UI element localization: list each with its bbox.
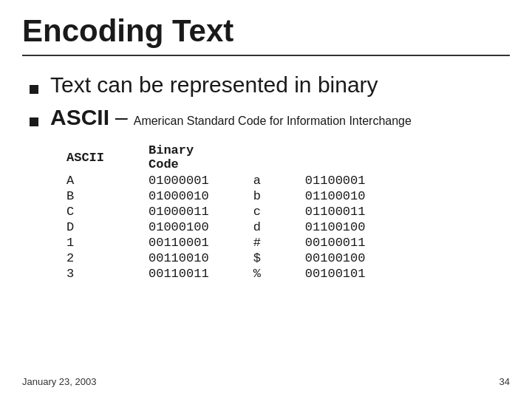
cell-char2: a [253,173,305,188]
cell-bin: 00110011 [149,266,253,282]
ascii-table: ASCII Binary Code A01000001a01100001B010… [66,143,409,282]
cell-bin2: 00100011 [305,235,410,250]
cell-bin2: 01100010 [305,188,410,204]
ascii-table-header: ASCII Binary Code [66,143,409,173]
header-col-char2 [253,143,305,173]
cell-bin2: 01100100 [305,219,410,235]
table-row: 100110001#00100011 [66,235,409,250]
ascii-subtitle: American Standard Code for Information I… [134,115,412,128]
bullet-icon-2 [30,117,38,126]
bullet-list: Text can be represented in binary ASCII … [30,72,510,130]
table-row: B01000010b01100010 [66,188,409,204]
ascii-line: ASCII – American Standard Code for Infor… [50,105,412,130]
bullet-icon-1 [30,85,38,94]
cell-char2: d [253,219,305,235]
header-col-char: ASCII [66,143,149,173]
table-row: D01000100d01100100 [66,219,409,235]
cell-bin: 00110010 [149,250,253,266]
ascii-table-wrapper: ASCII Binary Code A01000001a01100001B010… [66,143,510,282]
cell-bin: 01000100 [149,219,253,235]
cell-char2: b [253,188,305,204]
slide-title: Encoding Text [22,13,510,56]
cell-char2: % [253,266,305,282]
ascii-label: ASCII [50,105,109,130]
cell-char: A [66,173,149,188]
table-row: A01000001a01100001 [66,173,409,188]
ascii-dash: – [115,105,128,130]
cell-char2: $ [253,250,305,266]
ascii-table-body: A01000001a01100001B01000010b01100010C010… [66,173,409,282]
cell-char: 1 [66,235,149,250]
header-col-bin: Binary Code [149,143,253,173]
cell-bin: 01000011 [149,204,253,219]
table-row: 200110010$00100100 [66,250,409,266]
footer-date: January 23, 2003 [22,376,96,387]
footer: January 23, 2003 34 [22,376,510,387]
cell-bin2: 00100100 [305,250,410,266]
cell-char2: # [253,235,305,250]
bullet-item-2: ASCII – American Standard Code for Infor… [30,105,510,130]
cell-char: 3 [66,266,149,282]
cell-char: B [66,188,149,204]
cell-char: D [66,219,149,235]
cell-char: C [66,204,149,219]
cell-bin: 01000001 [149,173,253,188]
slide: Encoding Text Text can be represented in… [0,0,532,399]
cell-char: 2 [66,250,149,266]
cell-bin: 00110001 [149,235,253,250]
table-row: C01000011c01100011 [66,204,409,219]
header-col-bin2 [305,143,410,173]
bullet-item-1: Text can be represented in binary [30,72,510,98]
header-row: ASCII Binary Code [66,143,409,173]
cell-bin2: 00100101 [305,266,410,282]
bullet-text-1: Text can be represented in binary [50,72,378,98]
table-row: 300110011%00100101 [66,266,409,282]
cell-bin2: 01100001 [305,173,410,188]
footer-page: 34 [499,376,510,387]
cell-char2: c [253,204,305,219]
cell-bin2: 01100011 [305,204,410,219]
cell-bin: 01000010 [149,188,253,204]
